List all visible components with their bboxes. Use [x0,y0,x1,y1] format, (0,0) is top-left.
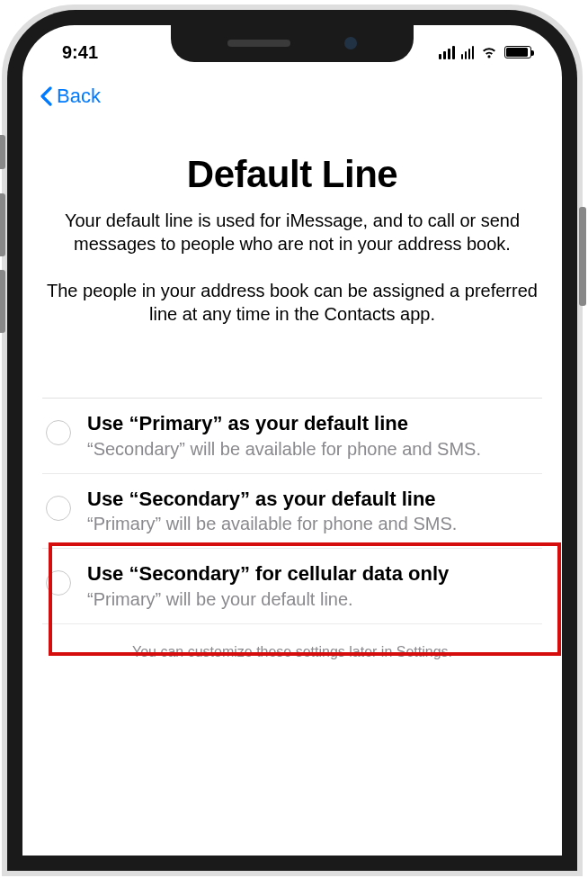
content: Default Line Your default line is used f… [22,133,562,856]
page-description-1: Your default line is used for iMessage, … [42,209,542,255]
option-primary-default[interactable]: Use “Primary” as your default line “Seco… [42,399,542,474]
option-text: Use “Secondary” for cellular data only “… [87,561,537,611]
power-button [579,207,586,306]
cellular-signal-icon [439,46,455,59]
cellular-signal-secondary-icon [461,46,474,59]
phone-frame: 9:41 Back Def [2,4,583,876]
status-indicators [439,46,535,59]
volume-down-button [0,270,5,333]
nav-bar: Back [22,85,562,108]
volume-up-button [0,193,5,256]
option-subtitle: “Primary” will be your default line. [87,588,537,611]
option-subtitle: “Primary” will be available for phone an… [87,513,537,535]
option-secondary-default[interactable]: Use “Secondary” as your default line “Pr… [42,474,542,550]
speaker-grill [227,40,290,47]
radio-unchecked-icon [46,420,71,445]
footer-note: You can customize these settings later i… [42,644,542,660]
chevron-left-icon [39,86,53,106]
back-label: Back [57,85,101,108]
option-list: Use “Primary” as your default line “Seco… [42,398,542,624]
option-title: Use “Primary” as your default line [87,411,537,436]
option-subtitle: “Secondary” will be available for phone … [87,438,537,461]
option-text: Use “Secondary” as your default line “Pr… [87,487,537,536]
option-text: Use “Primary” as your default line “Seco… [87,411,537,461]
battery-icon [504,46,531,58]
option-secondary-data-only[interactable]: Use “Secondary” for cellular data only “… [42,549,542,624]
notch [171,25,414,62]
radio-unchecked-icon [46,570,71,596]
page-title: Default Line [42,153,542,196]
option-title: Use “Secondary” for cellular data only [87,561,537,587]
radio-unchecked-icon [46,496,71,521]
wifi-icon [480,46,498,59]
status-time: 9:41 [49,42,98,63]
front-camera [344,37,357,49]
screen: 9:41 Back Def [22,25,562,856]
mute-switch [0,135,5,169]
page-description-2: The people in your address book can be a… [42,279,542,326]
back-button[interactable]: Back [39,85,101,108]
option-title: Use “Secondary” as your default line [87,487,537,512]
